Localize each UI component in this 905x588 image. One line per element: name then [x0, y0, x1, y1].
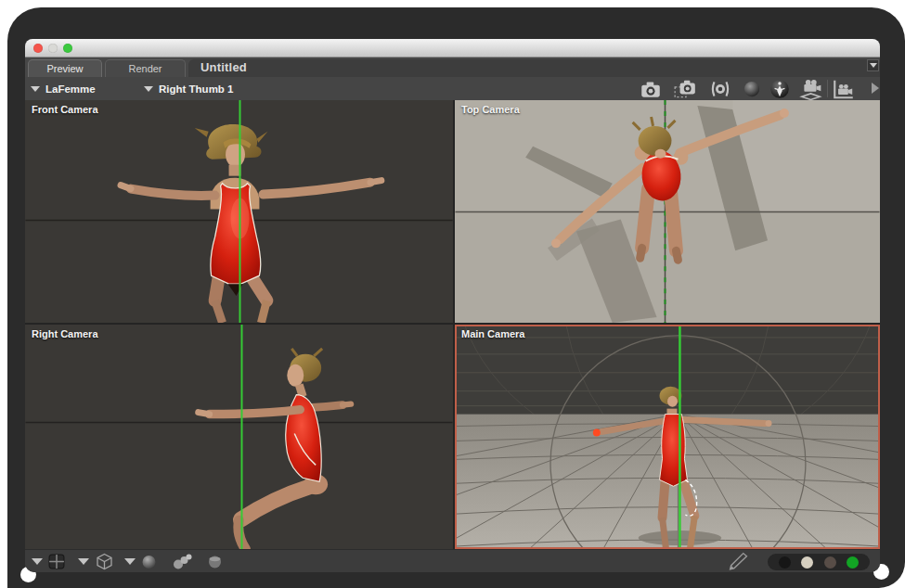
framed-camera-icon[interactable]: [832, 78, 856, 100]
layout-dropdown-arrow[interactable]: [32, 558, 43, 565]
zoom-button[interactable]: [63, 44, 72, 53]
shadow-color-swatch[interactable]: [824, 556, 836, 569]
preview-toolbar: LaFemme Right Thumb 1: [25, 77, 880, 101]
dropdown-arrow-icon: [870, 63, 877, 68]
viewport-right-camera[interactable]: Right Camera: [25, 325, 453, 549]
right-camera-scene: [25, 325, 453, 549]
flat-style-icon[interactable]: [208, 555, 222, 572]
viewport-main-label: Main Camera: [461, 328, 524, 339]
lit-sphere-icon[interactable]: [768, 78, 792, 100]
background-color-swatch[interactable]: [801, 556, 813, 569]
document-title: Untitled: [200, 60, 247, 74]
sphere-icon[interactable]: [740, 78, 764, 100]
minimize-button[interactable]: [48, 44, 58, 53]
tab-preview-label: Preview: [46, 63, 83, 74]
document-style-dropdown-arrow[interactable]: [78, 558, 89, 565]
viewport-top-camera[interactable]: Top Camera: [455, 100, 880, 323]
viewport-menu-button[interactable]: [867, 59, 879, 71]
viewport-grid: Front Camera: [25, 100, 880, 549]
figure-select-dropdown[interactable]: LaFemme: [31, 77, 96, 100]
viewport-front-camera[interactable]: Front Camera: [25, 100, 453, 323]
viewport-layout-icon[interactable]: [48, 554, 65, 572]
figure-style-dropdown-arrow[interactable]: [124, 558, 136, 565]
actor-select-dropdown[interactable]: Right Thumb 1: [144, 77, 234, 100]
toolbar-divider: [827, 80, 828, 97]
element-style-spheres-icon[interactable]: [173, 554, 193, 572]
tab-render-label: Render: [128, 63, 162, 74]
edit-pencil-icon[interactable]: [726, 552, 750, 572]
figure-style-sphere-icon[interactable]: [141, 555, 157, 572]
chevron-down-icon: [31, 86, 40, 92]
viewport-right-label: Right Camera: [32, 328, 98, 339]
chevron-down-icon: [144, 86, 153, 92]
document-title-strip: Untitled: [188, 59, 880, 77]
title-bar[interactable]: [25, 39, 880, 58]
ground-color-swatch[interactable]: [847, 556, 859, 569]
tab-render[interactable]: Render: [105, 59, 186, 77]
scene-color-swatches: [768, 554, 870, 570]
viewport-top-label: Top Camera: [461, 104, 520, 115]
actor-select-label: Right Thumb 1: [159, 83, 234, 95]
front-camera-scene: [25, 100, 453, 323]
main-camera-scene: [455, 325, 880, 549]
snapshot-camera-icon[interactable]: [673, 78, 697, 100]
top-camera-scene: [455, 100, 880, 323]
tab-preview[interactable]: Preview: [28, 59, 102, 77]
viewport-main-camera[interactable]: Main Camera: [455, 325, 880, 549]
dolly-camera-icon[interactable]: [798, 78, 822, 100]
aperture-icon[interactable]: [708, 78, 732, 100]
close-button[interactable]: [33, 44, 43, 53]
app-window: Untitled Preview Render LaFemme Right Th…: [25, 39, 880, 572]
photo-camera-icon[interactable]: [639, 78, 663, 100]
document-style-cube-icon[interactable]: [96, 553, 113, 572]
foreground-color-swatch[interactable]: [779, 556, 791, 569]
screenshot-stage: Untitled Preview Render LaFemme Right Th…: [0, 0, 905, 588]
viewport-front-label: Front Camera: [32, 104, 98, 115]
display-style-bar: [25, 549, 880, 572]
tab-bar: Untitled Preview Render: [25, 58, 880, 77]
figure-select-label: LaFemme: [45, 83, 96, 95]
